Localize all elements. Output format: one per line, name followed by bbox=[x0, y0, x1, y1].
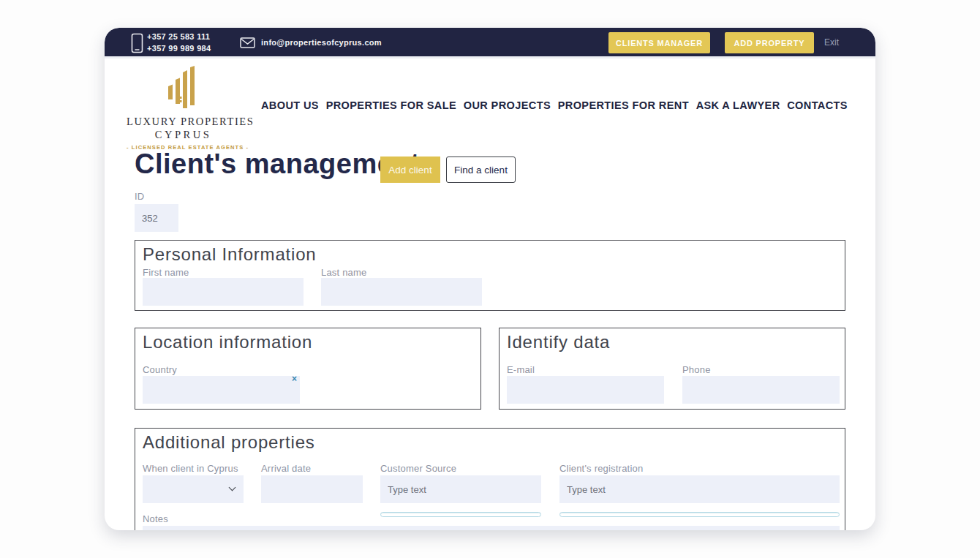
clients-registration-scrollbar[interactable] bbox=[559, 512, 840, 517]
top-contact-bar: +357 25 583 111 +357 99 989 984 info@pro… bbox=[105, 28, 875, 59]
when-client-in-cyprus-select[interactable] bbox=[143, 475, 244, 503]
logo-line-2: CYPRUS bbox=[127, 129, 240, 141]
exit-link[interactable]: Exit bbox=[824, 37, 839, 48]
notes-input[interactable] bbox=[143, 526, 840, 530]
add-client-button[interactable]: Add client bbox=[380, 157, 440, 183]
first-name-input[interactable] bbox=[143, 278, 304, 306]
customer-source-scrollbar[interactable] bbox=[380, 512, 541, 517]
additional-properties-title: Additional properties bbox=[143, 432, 315, 453]
last-name-input[interactable] bbox=[321, 278, 482, 306]
page-background: +357 25 583 111 +357 99 989 984 info@pro… bbox=[0, 0, 980, 558]
nav-contacts[interactable]: CONTACTS bbox=[787, 99, 848, 111]
phone-number-2: +357 99 989 984 bbox=[147, 42, 211, 54]
clients-registration-input[interactable] bbox=[559, 475, 840, 503]
email-label: E-mail bbox=[507, 364, 535, 375]
arrival-date-label: Arrival date bbox=[261, 463, 311, 474]
country-input[interactable] bbox=[143, 376, 300, 404]
phone-number-1: +357 25 583 111 bbox=[147, 31, 211, 42]
company-logo: LUXURY PROPERTIES CYPRUS - LICENSED REAL… bbox=[127, 66, 240, 151]
id-label: ID bbox=[135, 191, 144, 202]
id-input[interactable] bbox=[135, 204, 178, 232]
email-input[interactable] bbox=[507, 376, 664, 404]
country-clear-icon[interactable]: × bbox=[292, 375, 297, 382]
personal-information-title: Personal Information bbox=[143, 244, 316, 265]
additional-properties-section: Additional properties When client in Cyp… bbox=[135, 428, 845, 530]
location-information-title: Location information bbox=[143, 332, 312, 352]
chevron-down-icon bbox=[229, 484, 236, 491]
envelope-icon bbox=[240, 37, 255, 51]
add-property-button[interactable]: ADD PROPERTY bbox=[725, 32, 814, 53]
nav-properties-for-rent[interactable]: PROPERTIES FOR RENT bbox=[558, 99, 689, 111]
app-window: +357 25 583 111 +357 99 989 984 info@pro… bbox=[105, 28, 875, 530]
identify-data-section: Identify data E-mail Phone bbox=[499, 328, 845, 410]
page-title: Client's management bbox=[135, 148, 420, 180]
arrival-date-input[interactable] bbox=[261, 475, 363, 503]
main-navigation: ABOUT US PROPERTIES FOR SALE OUR PROJECT… bbox=[261, 99, 848, 111]
nav-ask-a-lawyer[interactable]: ASK A LAWYER bbox=[696, 99, 780, 111]
nav-our-projects[interactable]: OUR PROJECTS bbox=[464, 99, 551, 111]
logo-line-1: LUXURY PROPERTIES bbox=[127, 116, 240, 128]
location-information-section: Location information Country × bbox=[135, 328, 481, 410]
phone-label: Phone bbox=[682, 364, 711, 375]
find-client-button[interactable]: Find a client bbox=[446, 157, 516, 183]
customer-source-label: Customer Source bbox=[380, 463, 456, 474]
contact-email[interactable]: info@propertiesofcyprus.com bbox=[261, 38, 382, 47]
when-client-in-cyprus-label: When client in Cyprus bbox=[143, 463, 238, 474]
country-label: Country bbox=[143, 364, 177, 375]
notes-label: Notes bbox=[143, 513, 168, 524]
phone-icon bbox=[131, 33, 143, 56]
clients-registration-label: Client's registration bbox=[559, 463, 643, 474]
clients-manager-button[interactable]: CLIENTS MANAGER bbox=[608, 32, 710, 53]
personal-information-section: Personal Information First name Last nam… bbox=[135, 240, 845, 311]
phone-input[interactable] bbox=[682, 376, 840, 404]
last-name-label: Last name bbox=[321, 267, 367, 278]
first-name-label: First name bbox=[143, 267, 189, 278]
nav-about-us[interactable]: ABOUT US bbox=[261, 99, 319, 111]
contact-phones: +357 25 583 111 +357 99 989 984 bbox=[147, 31, 211, 54]
logo-buildings-icon bbox=[164, 66, 203, 114]
customer-source-input[interactable] bbox=[380, 475, 541, 503]
identify-data-title: Identify data bbox=[507, 332, 610, 352]
nav-properties-for-sale[interactable]: PROPERTIES FOR SALE bbox=[326, 99, 456, 111]
